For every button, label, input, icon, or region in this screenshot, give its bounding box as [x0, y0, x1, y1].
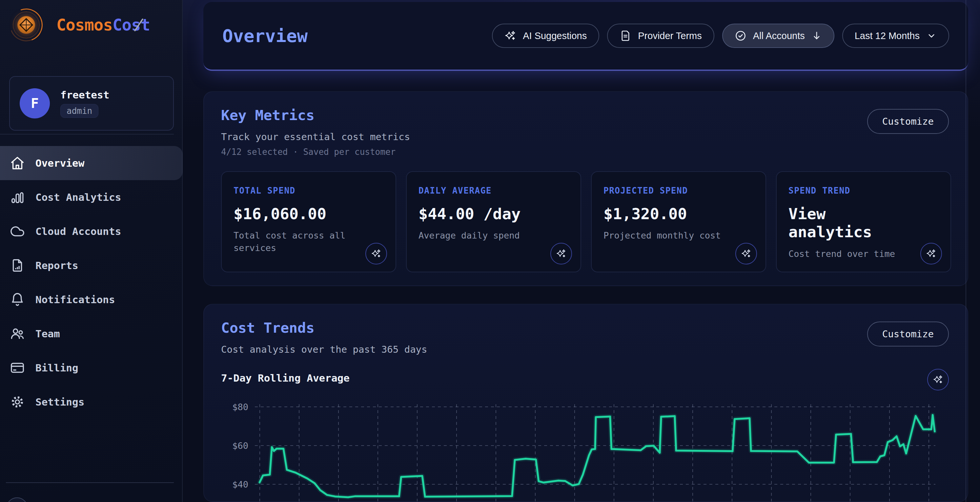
metric-description: Cost trend over time: [789, 248, 924, 260]
sidebar-item-label: Settings: [35, 396, 84, 408]
sparkles-icon: [933, 375, 943, 385]
sidebar-item-label: Reports: [35, 260, 78, 271]
page-header: Overview AI Suggestions Provider Terms A…: [204, 2, 968, 71]
sparkles-icon: [926, 249, 936, 259]
sidebar-nav: Overview Cost Analytics Cloud Accounts R…: [0, 146, 183, 419]
sidebar-item-label: Team: [35, 328, 60, 339]
sparkles-icon: [371, 249, 382, 259]
avatar: F: [20, 88, 50, 118]
metric-card-projected-spend: PROJECTED SPEND $1,320.00 Projected mont…: [591, 171, 766, 273]
sidebar-item-settings[interactable]: Settings: [0, 385, 183, 419]
chart-title-row: 7-Day Rolling Average: [221, 372, 949, 384]
bell-icon: [10, 292, 25, 307]
cost-trends-title: Cost Trends: [221, 320, 950, 336]
rolling-average-chart: $80$60$40: [221, 392, 952, 502]
metric-description: Average daily spend: [418, 229, 554, 242]
cosmoscost-logo-icon: [8, 7, 44, 43]
metric-card-total-spend: TOTAL SPEND $16,060.00 Total cost across…: [221, 171, 396, 273]
provider-terms-label: Provider Terms: [638, 30, 702, 41]
user-role-badge: admin: [60, 104, 99, 118]
brand: CosmosCost: [0, 0, 182, 50]
key-metrics-subtitle: Track your essential cost metrics: [221, 131, 950, 142]
sidebar-item-label: Cost Analytics: [35, 191, 121, 203]
metric-label: PROJECTED SPEND: [603, 186, 754, 196]
metric-label: SPEND TREND: [789, 186, 939, 196]
metric-ai-button[interactable]: [550, 243, 572, 265]
cost-trends-section: Cost Trends Cost analysis over the past …: [204, 304, 968, 502]
all-accounts-label: All Accounts: [753, 30, 805, 41]
sidebar-item-reports[interactable]: Reports: [0, 249, 183, 282]
sidebar-divider: [0, 134, 174, 134]
credit-card-icon: [10, 360, 25, 375]
chart-title: 7-Day Rolling Average: [221, 372, 350, 384]
metric-value: View analytics: [789, 205, 897, 241]
provider-terms-button[interactable]: Provider Terms: [607, 24, 714, 48]
main-content: Overview AI Suggestions Provider Terms A…: [183, 0, 980, 502]
sidebar-item-label: Overview: [35, 157, 84, 169]
cloud-icon: [10, 224, 25, 239]
date-range-label: Last 12 Months: [855, 30, 920, 41]
key-metrics-customize-button[interactable]: Customize: [867, 109, 949, 134]
chart-ai-button[interactable]: [927, 369, 949, 390]
sidebar-item-cost-analytics[interactable]: Cost Analytics: [0, 180, 183, 214]
metric-value: $44.00 /day: [418, 205, 527, 223]
cost-trends-subtitle: Cost analysis over the past 365 days: [221, 344, 950, 355]
sidebar-item-overview[interactable]: Overview: [0, 146, 183, 180]
page-title: Overview: [223, 25, 308, 46]
date-range-button[interactable]: Last 12 Months: [842, 24, 949, 48]
sidebar-item-label: Cloud Accounts: [35, 225, 121, 237]
scrollbar[interactable]: [966, 0, 966, 502]
metric-card-daily-average: DAILY AVERAGE $44.00 /day Average daily …: [406, 171, 581, 273]
document-icon: [620, 30, 632, 41]
gear-icon: [10, 394, 25, 410]
arrow-down-icon: [811, 30, 822, 41]
metric-value: $1,320.00: [603, 205, 712, 223]
file-chart-icon: [10, 258, 25, 273]
key-metrics-meta: 4/12 selected · Saved per customer: [221, 147, 950, 157]
key-metrics-section: Key Metrics Track your essential cost me…: [204, 91, 968, 286]
svg-text:$80: $80: [232, 402, 248, 412]
home-icon: [10, 156, 25, 171]
metric-description: Projected monthly cost: [603, 229, 738, 242]
ai-suggestions-label: AI Suggestions: [523, 30, 587, 41]
sidebar-item-label: Billing: [35, 362, 78, 374]
metric-ai-button[interactable]: [365, 243, 387, 265]
chevron-down-icon: [926, 30, 937, 41]
metric-card-spend-trend: SPEND TREND View analytics Cost trend ov…: [776, 171, 951, 273]
svg-text:$40: $40: [232, 480, 248, 489]
key-metrics-title: Key Metrics: [221, 107, 950, 123]
ai-suggestions-button[interactable]: AI Suggestions: [492, 24, 599, 48]
sparkles-icon: [741, 249, 751, 259]
check-circle-icon: [735, 30, 746, 41]
sidebar-item-team[interactable]: Team: [0, 317, 183, 351]
metric-cards-row: TOTAL SPEND $16,060.00 Total cost across…: [221, 171, 951, 273]
sidebar-footer-divider: [6, 482, 174, 483]
sidebar: CosmosCost F freetest admin Overview Cos…: [0, 0, 183, 502]
sidebar-item-label: Notifications: [35, 294, 115, 306]
header-actions: AI Suggestions Provider Terms All Accoun…: [492, 24, 949, 48]
bar-chart-icon: [10, 190, 25, 205]
svg-text:$60: $60: [232, 441, 248, 451]
sparkles-icon: [556, 249, 566, 259]
metric-value: $16,060.00: [234, 205, 342, 223]
metric-ai-button[interactable]: [920, 243, 942, 265]
user-name: freetest: [60, 89, 109, 101]
brand-name: CosmosCost: [56, 16, 150, 35]
sparkles-icon: [504, 30, 516, 41]
users-icon: [10, 326, 25, 341]
metric-label: TOTAL SPEND: [234, 186, 384, 196]
sidebar-item-notifications[interactable]: Notifications: [0, 282, 183, 317]
metric-description: Total cost across all services: [234, 229, 369, 254]
metric-ai-button[interactable]: [735, 243, 757, 265]
all-accounts-button[interactable]: All Accounts: [722, 24, 834, 48]
sidebar-item-billing[interactable]: Billing: [0, 351, 183, 385]
sidebar-item-cloud-accounts[interactable]: Cloud Accounts: [0, 214, 183, 249]
user-profile-card[interactable]: F freetest admin: [9, 76, 174, 131]
sidebar-footer-button[interactable]: [6, 497, 28, 502]
metric-label: DAILY AVERAGE: [418, 186, 569, 196]
cost-trends-customize-button[interactable]: Customize: [867, 322, 949, 346]
